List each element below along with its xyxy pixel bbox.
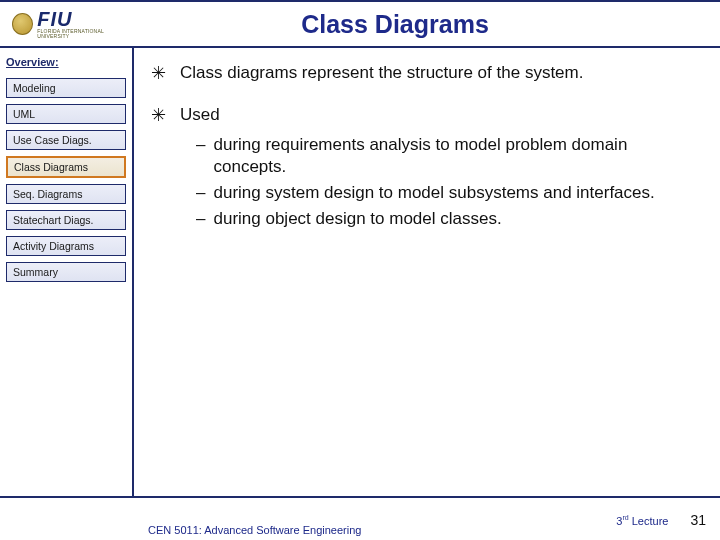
sidebar-item-modeling[interactable]: Modeling xyxy=(6,78,126,98)
snowflake-icon: ✳ xyxy=(150,62,166,84)
sidebar-item-statechart-diags-[interactable]: Statechart Diags. xyxy=(6,210,126,230)
sub-list: –during requirements analysis to model p… xyxy=(196,134,696,230)
sub-bullet: –during requirements analysis to model p… xyxy=(196,134,696,178)
dash-icon: – xyxy=(196,182,205,204)
sidebar-item-activity-diagrams[interactable]: Activity Diagrams xyxy=(6,236,126,256)
seal-icon xyxy=(12,13,33,35)
sidebar-item-class-diagrams[interactable]: Class Diagrams xyxy=(6,156,126,178)
snowflake-icon: ✳ xyxy=(150,104,166,126)
dash-icon: – xyxy=(196,208,205,230)
header-bar: FIU FLORIDA INTERNATIONAL UNIVERSITY Cla… xyxy=(0,0,720,48)
dash-icon: – xyxy=(196,134,205,178)
bullet-item: ✳ Used xyxy=(150,104,696,126)
content-area: ✳ Class diagrams represent the structure… xyxy=(134,48,720,496)
sidebar: Overview: ModelingUMLUse Case Diags.Clas… xyxy=(0,48,134,496)
overview-label: Overview: xyxy=(6,56,126,68)
sidebar-item-summary[interactable]: Summary xyxy=(6,262,126,282)
sidebar-item-uml[interactable]: UML xyxy=(6,104,126,124)
sub-bullet-text: during requirements analysis to model pr… xyxy=(213,134,696,178)
page-number: 31 xyxy=(690,512,706,528)
page-title: Class Diagrams xyxy=(78,10,712,39)
sub-bullet: –during object design to model classes. xyxy=(196,208,696,230)
body-area: Overview: ModelingUMLUse Case Diags.Clas… xyxy=(0,48,720,498)
sub-bullet-text: during system design to model subsystems… xyxy=(213,182,654,204)
sidebar-item-seq-diagrams[interactable]: Seq. Diagrams xyxy=(6,184,126,204)
sidebar-item-use-case-diags-[interactable]: Use Case Diags. xyxy=(6,130,126,150)
bullet-text: Used xyxy=(180,104,696,126)
footer: CEN 5011: Advanced Software Engineering … xyxy=(0,500,720,540)
sub-bullet-text: during object design to model classes. xyxy=(213,208,501,230)
bullet-text: Class diagrams represent the structure o… xyxy=(180,62,696,84)
bullet-item: ✳ Class diagrams represent the structure… xyxy=(150,62,696,84)
footer-course: CEN 5011: Advanced Software Engineering xyxy=(148,524,361,536)
footer-lecture: 3rd Lecture xyxy=(616,514,668,527)
sub-bullet: –during system design to model subsystem… xyxy=(196,182,696,204)
